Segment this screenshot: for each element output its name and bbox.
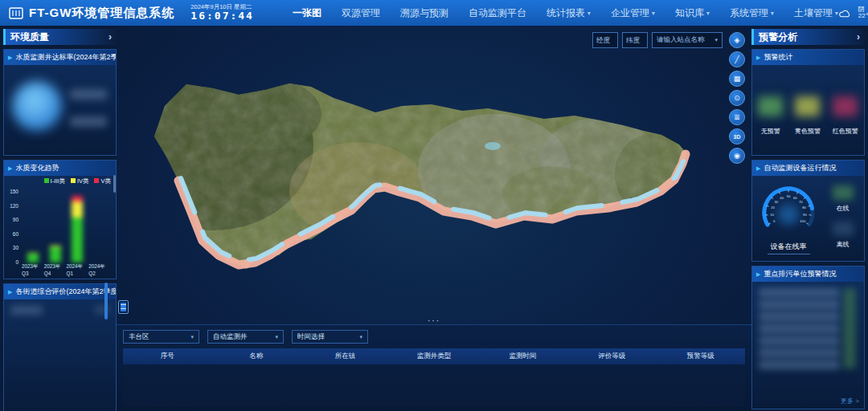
trend-x-axis: 2023年Q32023年Q42024年Q12024年Q2 [22, 263, 111, 276]
more-link[interactable]: 更多 > [841, 397, 859, 405]
chevron-down-icon: ▾ [275, 334, 278, 340]
station-select[interactable]: 请输入站点名称 ▾ [652, 32, 723, 48]
nav-item-dual-source[interactable]: 双源管理 [342, 6, 380, 20]
play-icon: ▶ [8, 165, 12, 172]
card-title: 预警统计 [764, 52, 792, 63]
chart-scrollbar-thumb[interactable] [113, 175, 116, 193]
time-filter-select[interactable]: 时间选择▾ [292, 330, 368, 344]
panel-expand-arrow[interactable]: › [108, 31, 112, 43]
nav-item-trace-predict[interactable]: 溯源与预测 [400, 6, 448, 20]
card-title: 重点排污单位预警情况 [764, 269, 836, 279]
svg-text:0: 0 [773, 219, 776, 223]
card-header: ▶ 水质变化趋势 [4, 161, 116, 176]
nav-item-stat-reports[interactable]: 统计报表▾ [547, 6, 591, 20]
left-panel: 环境质量 › ▶ 水质监测井达标率(2024年第2季度) ▶ 水质变化趋势 I-… [3, 29, 117, 409]
legend-item: V类 [94, 177, 111, 185]
filter-bar: 丰台区▾ 自动监测井▾ 时间选择▾ [117, 325, 751, 347]
water-quality-trend-card: ▶ 水质变化趋势 I-III类 IV类 V类 0306090120150 202… [3, 160, 117, 279]
map-search-bar: 请输入站点名称 ▾ [592, 32, 723, 48]
stat-yellow-warning: 黄色预警 [795, 96, 821, 136]
card-header: ▶ 自动监测设备运行情况 [752, 161, 864, 176]
svg-text:10: 10 [770, 213, 774, 217]
play-icon: ▶ [756, 271, 760, 278]
play-icon: ▶ [8, 55, 12, 61]
nav-item-system-mgmt[interactable]: 系统管理▾ [730, 6, 774, 20]
blurred-stat-value [795, 96, 820, 116]
card-title: 水质监测井达标率(2024年第2季度) [15, 52, 116, 63]
x-axis-label: 2024年Q2 [88, 263, 111, 276]
layer-panel-tab[interactable] [118, 300, 129, 314]
right-panel: 预警分析 › ▶ 预警统计 无预警 黄色预警 红色预警 [751, 29, 865, 409]
blurred-text [10, 306, 43, 315]
device-counts: 在线 离线 [823, 179, 862, 261]
gauge-label: 设备在线率 [768, 242, 810, 254]
card-title: 各街道综合评价(2024年第2季度) [15, 287, 116, 297]
nav-item-soil-mgmt[interactable]: 土壤管理▾ [794, 6, 838, 20]
column-header: 监测时间 [478, 352, 567, 361]
right-panel-header: 预警分析 › [751, 29, 865, 45]
right-panel-title: 预警分析 [759, 31, 797, 44]
column-header: 名称 [212, 352, 301, 361]
pollution-warning-card: ▶ 重点排污单位预警情况 更多 > [751, 266, 865, 409]
map-reset-button[interactable]: ⊙ [729, 90, 745, 106]
svg-text:20: 20 [771, 206, 775, 210]
stat-no-warning: 无预警 [758, 96, 783, 136]
column-header: 评价等级 [567, 352, 657, 361]
svg-text:100: 100 [800, 219, 806, 223]
svg-text:60: 60 [793, 196, 797, 200]
well-type-filter-select[interactable]: 自动监测井▾ [207, 330, 284, 344]
longitude-input[interactable] [592, 32, 618, 48]
pollution-warning-area: 更多 > [752, 282, 864, 409]
blurred-legend-item [70, 89, 107, 100]
chevron-down-icon: ▾ [771, 10, 774, 17]
nav-item-knowledge-base[interactable]: 知识库▾ [675, 6, 710, 20]
map-area-button[interactable]: ▦ [729, 71, 745, 87]
bottom-panel: 丰台区▾ 自动监测井▾ 时间选择▾ 序号 名称 所在镇 监测井类型 监测时间 评… [117, 324, 751, 411]
online-rate-gauge: 0102030405060708090100 [756, 179, 821, 243]
x-axis-label: 2023年Q3 [22, 263, 44, 276]
offline-label: 离线 [837, 240, 850, 249]
blurred-donut-chart [12, 81, 62, 131]
district-filter-select[interactable]: 丰台区▾ [123, 330, 199, 344]
device-status-card: ▶ 自动监测设备运行情况 0102030405060708090100 设备在线… [751, 160, 865, 262]
nav-item-enterprise[interactable]: 企业管理▾ [611, 6, 655, 20]
map-locate-button[interactable]: ◈ [729, 32, 745, 48]
y-axis-tick: 60 [6, 231, 18, 237]
chevron-down-icon: ▾ [714, 37, 718, 43]
y-axis-tick: 150 [6, 189, 18, 194]
blurred-stat-value [833, 96, 858, 116]
map-visibility-button[interactable]: ◉ [729, 148, 745, 164]
trend-bar-chart: 0306090120150 [22, 189, 111, 262]
legend-swatch [71, 178, 76, 183]
stat-red-warning: 红色预警 [833, 96, 858, 136]
blurred-status-column [843, 288, 856, 368]
table-body[interactable] [123, 364, 745, 406]
nav-item-overview-map[interactable]: 一张图 [293, 6, 321, 20]
warning-stats-card: ▶ 预警统计 无预警 黄色预警 红色预警 [751, 49, 865, 156]
panel-scrollbar-thumb[interactable] [104, 283, 108, 319]
legend-item: IV类 [71, 177, 89, 185]
header-time: 16:07:44 [190, 10, 254, 22]
column-header: 监测井类型 [390, 352, 479, 361]
card-header: ▶ 各街道综合评价(2024年第2季度) [4, 284, 116, 299]
bar-column [27, 253, 39, 262]
latitude-input[interactable] [622, 32, 648, 48]
map-3d-button[interactable]: 3D [729, 128, 745, 144]
app-header: FT-GW环境管理信息系统 2024年9月10日 星期二 16:07:44 一张… [0, 0, 868, 26]
ruler-icon: ╱ [735, 55, 739, 63]
layers-icon: ≣ [734, 113, 740, 121]
card-header: ▶ 水质监测井达标率(2024年第2季度) [4, 50, 116, 65]
online-label: 在线 [837, 204, 850, 213]
map-measure-button[interactable]: ╱ [729, 51, 745, 67]
map-layers-button[interactable]: ≣ [729, 109, 745, 125]
svg-text:90: 90 [803, 213, 807, 217]
card-title: 自动监测设备运行情况 [764, 163, 836, 173]
blurred-bars [22, 189, 111, 262]
chevron-down-icon: ▾ [706, 10, 710, 17]
3d-toggle-icon: 3D [734, 134, 741, 140]
panel-expand-arrow[interactable]: › [857, 31, 860, 43]
nav-item-auto-monitor-platform[interactable]: 自动监测平台 [469, 6, 526, 20]
table-header-row: 序号 名称 所在镇 监测井类型 监测时间 评价等级 预警等级 [123, 348, 745, 364]
y-axis-tick: 90 [6, 217, 18, 222]
chevron-down-icon: ▾ [835, 10, 838, 17]
